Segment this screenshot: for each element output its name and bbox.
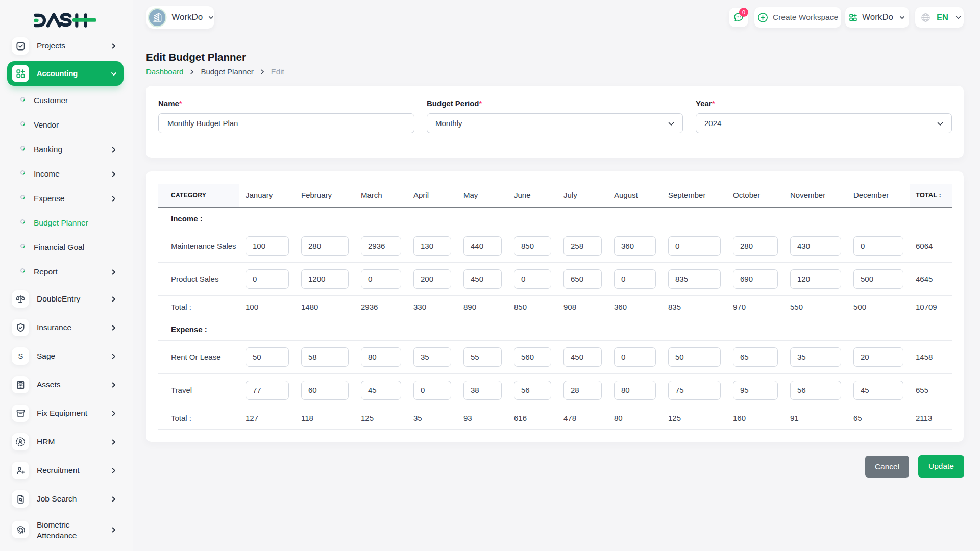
svg-text:S: S: [18, 352, 23, 360]
